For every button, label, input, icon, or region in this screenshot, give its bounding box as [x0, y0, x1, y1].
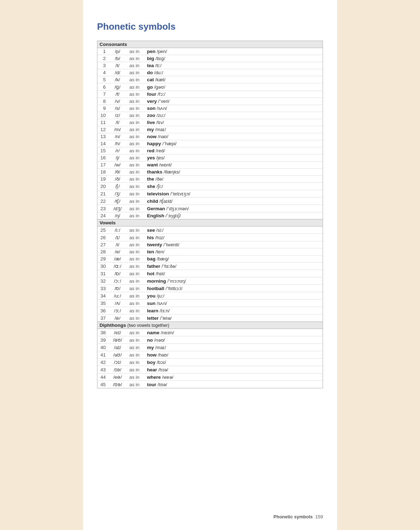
example: see /siː/ [145, 226, 323, 234]
as-in-label: as in [127, 344, 145, 351]
phoneme: /e/ [108, 248, 127, 255]
phoneme: /w/ [108, 161, 127, 169]
phoneme: /dʒ/ [108, 205, 127, 212]
row-number: 37 [97, 314, 108, 322]
table-row: 2 /b/ as in big /bɪɡ/ [97, 55, 323, 62]
page: Phonetic symbols Consonants 1 /p/ as in … [83, 0, 337, 530]
table-row: 5 /k/ as in cat /kæt/ [97, 76, 323, 83]
example: my /maɪ/ [145, 126, 323, 133]
as-in-label: as in [127, 336, 145, 344]
as-in-label: as in [127, 373, 145, 381]
example: want /wɒnt/ [145, 161, 323, 169]
example: father /ˈfɑːðə/ [145, 263, 323, 270]
row-number: 43 [97, 366, 108, 373]
table-row: 38 /eɪ/ as in name /neɪm/ [97, 329, 323, 336]
example: child /tʃaɪld/ [145, 198, 323, 205]
table-row: 40 /aɪ/ as in my /maɪ/ [97, 344, 323, 351]
example: hear /hɪə/ [145, 366, 323, 373]
table-row: 35 /ʌ/ as in sun /sʌn/ [97, 300, 323, 307]
as-in-label: as in [127, 300, 145, 307]
row-number: 26 [97, 234, 108, 241]
row-number: 10 [97, 112, 108, 119]
as-in-label: as in [127, 351, 145, 359]
example: go /ɡəʊ/ [145, 83, 323, 91]
row-number: 33 [97, 285, 108, 292]
phoneme: /ɪ/ [108, 234, 127, 241]
table-row: 30 /ɑː/ as in father /ˈfɑːðə/ [97, 263, 323, 270]
phoneme: /tʃ/ [108, 198, 127, 205]
row-number: 11 [97, 119, 108, 126]
as-in-label: as in [127, 198, 145, 205]
example: you /juː/ [145, 292, 323, 300]
phoneme: /ɑː/ [108, 263, 127, 270]
as-in-label: as in [127, 140, 145, 147]
example: German /ˈdʒɜːmən/ [145, 205, 323, 212]
row-number: 39 [97, 336, 108, 344]
row-number: 25 [97, 226, 108, 234]
as-in-label: as in [127, 212, 145, 219]
table-row: 9 /s/ as in son /sʌn/ [97, 105, 323, 112]
table-row: 3 /t/ as in tea /tiː/ [97, 62, 323, 69]
table-row: 37 /ə/ as in letter /ˈletə/ [97, 314, 323, 322]
table-row: 22 /tʃ/ as in child /tʃaɪld/ [97, 198, 323, 205]
as-in-label: as in [127, 91, 145, 98]
as-in-label: as in [127, 98, 145, 105]
as-in-label: as in [127, 176, 145, 183]
table-row: 39 /əʊ/ as in no /nəʊ/ [97, 336, 323, 344]
table-row: 10 /z/ as in zoo /zuː/ [97, 112, 323, 119]
row-number: 20 [97, 183, 108, 190]
phoneme: /ŋ/ [108, 212, 127, 219]
table-row: 7 /f/ as in four /fɔː/ [97, 91, 323, 98]
example: she /ʃiː/ [145, 183, 323, 190]
phoneme: /əʊ/ [108, 336, 127, 344]
phoneme: /f/ [108, 91, 127, 98]
example: do /duː/ [145, 69, 323, 76]
as-in-label: as in [127, 119, 145, 126]
example: name /neɪm/ [145, 329, 323, 336]
phoneme: /ʊ/ [108, 285, 127, 292]
row-number: 19 [97, 176, 108, 183]
table-row: 13 /n/ as in now /naʊ/ [97, 133, 323, 140]
as-in-label: as in [127, 270, 145, 277]
row-number: 12 [97, 126, 108, 133]
example: twenty /ˈtwenti/ [145, 241, 323, 248]
example: zoo /zuː/ [145, 112, 323, 119]
as-in-label: as in [127, 62, 145, 69]
table-row: 24 /ŋ/ as in English /ˈɪŋɡlɪʃ/ [97, 212, 323, 219]
table-row: 34 /uː/ as in you /juː/ [97, 292, 323, 300]
phoneme: /d/ [108, 69, 127, 76]
as-in-label: as in [127, 112, 145, 119]
table-row: 31 /ɒ/ as in hot /hɒt/ [97, 270, 323, 277]
phoneme: /r/ [108, 147, 127, 154]
phoneme: /ʊə/ [108, 381, 127, 388]
example: happy /ˈhæpi/ [145, 140, 323, 147]
as-in-label: as in [127, 255, 145, 263]
consonants-header: Consonants [97, 41, 323, 48]
as-in-label: as in [127, 234, 145, 241]
example: son /sʌn/ [145, 105, 323, 112]
row-number: 29 [97, 255, 108, 263]
phoneme: /aʊ/ [108, 351, 127, 359]
example: four /fɔː/ [145, 91, 323, 98]
diphthongs-header: Diphthongs (two vowels together) [97, 322, 323, 329]
as-in-label: as in [127, 105, 145, 112]
phoneme: /ɒ/ [108, 270, 127, 277]
example: ten /ten/ [145, 248, 323, 255]
table-row: 17 /w/ as in want /wɒnt/ [97, 161, 323, 169]
phoneme: /ɪə/ [108, 366, 127, 373]
table-row: 43 /ɪə/ as in hear /hɪə/ [97, 366, 323, 373]
phoneme: /ə/ [108, 314, 127, 322]
example: big /bɪɡ/ [145, 55, 323, 62]
phoneme: /m/ [108, 126, 127, 133]
table-row: 16 /j/ as in yes /jes/ [97, 154, 323, 161]
as-in-label: as in [127, 366, 145, 373]
phoneme: /ɔɪ/ [108, 359, 127, 366]
table-row: 45 /ʊə/ as in tour /tʊə/ [97, 381, 323, 388]
row-number: 3 [97, 62, 108, 69]
phoneme: /p/ [108, 48, 127, 55]
phoneme: /v/ [108, 98, 127, 105]
table-row: 4 /d/ as in do /duː/ [97, 69, 323, 76]
row-number: 35 [97, 300, 108, 307]
row-number: 2 [97, 55, 108, 62]
phoneme: /h/ [108, 140, 127, 147]
